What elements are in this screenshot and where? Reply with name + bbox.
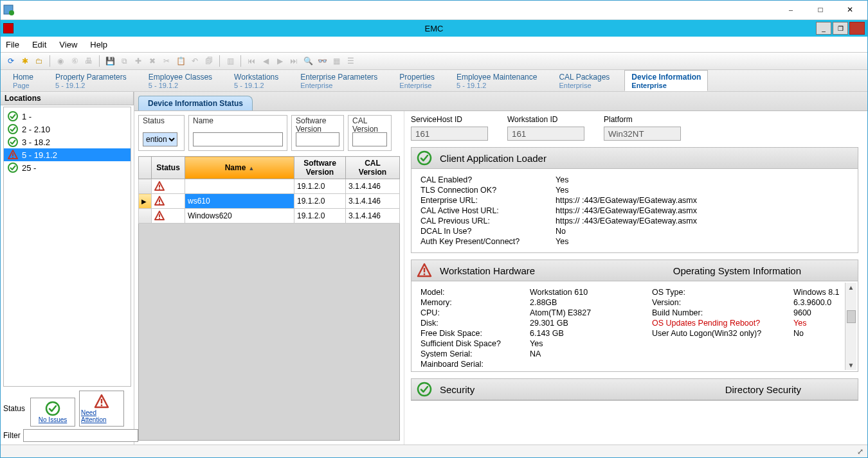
- menubar: File Edit View Help: [1, 37, 867, 52]
- nav-tab-employee-maintenance[interactable]: Employee Maintenance5 - 19.1.2: [449, 70, 544, 91]
- location-item[interactable]: 2 - 2.10: [4, 123, 131, 136]
- cut-icon[interactable]: ✂: [160, 55, 173, 67]
- col-name[interactable]: Name▲: [185, 157, 294, 179]
- location-item[interactable]: 3 - 18.2: [4, 136, 131, 148]
- filter-label: Filter: [3, 431, 21, 440]
- save-icon[interactable]: 💾: [104, 55, 116, 67]
- app-title: EMC: [425, 24, 444, 33]
- app-close-button[interactable]: [849, 22, 865, 35]
- print-icon[interactable]: 🖶: [82, 55, 95, 67]
- record-icon[interactable]: ◉: [54, 55, 67, 67]
- legend-need-attention[interactable]: Need Attention: [79, 391, 124, 427]
- expand-icon[interactable]: ⤢: [857, 447, 863, 456]
- name-filter-input[interactable]: [193, 132, 283, 146]
- kv-value: No: [793, 329, 842, 338]
- menu-file[interactable]: File: [6, 40, 19, 49]
- clipboard-icon[interactable]: 🗐: [203, 55, 215, 67]
- os-minimize-button[interactable]: –: [776, 1, 806, 19]
- table-icon[interactable]: ▦: [330, 55, 343, 67]
- kv-key: CAL Previous URL:: [420, 216, 549, 225]
- cv-filter-input[interactable]: [352, 132, 387, 146]
- list-icon[interactable]: ☰: [344, 55, 357, 67]
- next-record-icon[interactable]: ▶: [273, 55, 286, 67]
- nav-tab-home[interactable]: HomePage: [6, 70, 41, 91]
- sv-filter-input[interactable]: [296, 132, 339, 146]
- new-icon[interactable]: ✱: [19, 55, 32, 67]
- prev-record-icon[interactable]: ◀: [259, 55, 272, 67]
- legend-no-issues[interactable]: No Issues: [30, 398, 75, 427]
- binoculars-icon[interactable]: 👓: [316, 55, 329, 67]
- servicehost-id-field: [411, 127, 488, 141]
- location-item[interactable]: 25 -: [4, 161, 131, 174]
- sub-tab-device-info[interactable]: Device Information Status: [138, 96, 253, 110]
- first-record-icon[interactable]: ⏮: [245, 55, 258, 67]
- status-label: Status: [3, 404, 26, 413]
- sort-asc-icon: ▲: [248, 165, 254, 172]
- nav-tab-device-information[interactable]: Device InformationEnterprise: [624, 70, 708, 91]
- nav-tab-workstations[interactable]: Workstations5 - 19.1.2: [227, 70, 285, 91]
- delete-icon[interactable]: ✖: [146, 55, 159, 67]
- nav-tab-cal-packages[interactable]: CAL PackagesEnterprise: [552, 70, 617, 91]
- menu-help[interactable]: Help: [90, 40, 107, 49]
- legend-no-issues-link[interactable]: No Issues: [39, 416, 67, 423]
- kv-value: NA: [530, 349, 639, 358]
- col-sv[interactable]: Software Version: [294, 157, 346, 179]
- menu-edit[interactable]: Edit: [32, 40, 46, 49]
- kv-key: OS Type:: [652, 288, 787, 297]
- os-close-button[interactable]: ✕: [835, 1, 865, 19]
- refresh-icon[interactable]: ⟳: [5, 55, 17, 67]
- hw-kv-list: Model:Workstation 610Memory:2.88GBCPU:At…: [420, 288, 639, 371]
- toggle-panel-icon[interactable]: ▥: [224, 55, 237, 67]
- scroll-thumb[interactable]: [847, 310, 856, 323]
- app-restore-button[interactable]: ❐: [833, 22, 848, 35]
- col-cv[interactable]: CAL Version: [346, 157, 400, 179]
- statusbar: ⤢: [1, 445, 867, 457]
- kv-value: Atom(TM) E3827: [530, 308, 639, 317]
- undo-icon[interactable]: ↶: [188, 55, 201, 67]
- kv-value: Workstation 610: [530, 288, 639, 297]
- scroll-up-icon[interactable]: ▲: [848, 284, 854, 291]
- table-row[interactable]: ▶ws61019.1.2.03.1.4.146: [139, 194, 400, 209]
- row-indicator-icon: ▶: [141, 198, 147, 205]
- col-status[interactable]: Status: [152, 157, 185, 179]
- filter-input[interactable]: [23, 429, 138, 442]
- kv-key: Sufficient Disk Space?: [420, 339, 523, 348]
- app-minimize-button[interactable]: _: [816, 22, 831, 35]
- kv-key: Enterprise URL:: [420, 196, 549, 205]
- kv-value: Yes: [556, 237, 697, 246]
- nav-tab-property-parameters[interactable]: Property Parameters5 - 19.1.2: [48, 70, 134, 91]
- location-item[interactable]: 1 -: [4, 110, 131, 123]
- nav-tab-properties[interactable]: PropertiesEnterprise: [392, 70, 442, 91]
- menu-view[interactable]: View: [59, 40, 77, 49]
- add-icon[interactable]: ✚: [132, 55, 145, 67]
- os-maximize-button[interactable]: □: [806, 1, 835, 19]
- nav-tab-employee-classes[interactable]: Employee Classes5 - 19.1.2: [141, 70, 219, 91]
- device-grid[interactable]: Status Name▲ Software Version CAL Versio…: [138, 156, 400, 224]
- folder-icon[interactable]: 🗀: [33, 55, 46, 67]
- counter-icon[interactable]: ⑥: [68, 55, 81, 67]
- cell-sv: 19.1.2.0: [294, 179, 346, 194]
- table-row[interactable]: Windows62019.1.2.03.1.4.146: [139, 209, 400, 224]
- section-os-title: Operating System Information: [673, 265, 853, 276]
- kv-key: TLS Connection OK?: [420, 186, 549, 195]
- location-item[interactable]: 5 - 19.1.2: [4, 148, 131, 161]
- cell-cv: 3.1.4.146: [346, 179, 400, 194]
- status-filter-select[interactable]: ention: [143, 132, 177, 146]
- copy-icon[interactable]: ⧉: [118, 55, 131, 67]
- legend-need-attention-link[interactable]: Need Attention: [81, 409, 122, 423]
- find-icon[interactable]: 🔍: [302, 55, 314, 67]
- kv-key: RF0G0528A: [420, 370, 523, 371]
- nav-tab-enterprise-parameters[interactable]: Enterprise ParametersEnterprise: [293, 70, 384, 91]
- cell-cv: 3.1.4.146: [346, 194, 400, 209]
- last-record-icon[interactable]: ⏭: [287, 55, 300, 67]
- section-security: Security Directory Security: [411, 378, 858, 401]
- table-row[interactable]: 19.1.2.03.1.4.146: [139, 179, 400, 194]
- kv-key: Memory:: [420, 298, 523, 307]
- hw-scrollbar[interactable]: ▲ ▼: [845, 283, 856, 370]
- warn-icon: [94, 394, 109, 409]
- scroll-down-icon[interactable]: ▼: [848, 362, 854, 369]
- kv-value: No: [556, 227, 697, 236]
- locations-list[interactable]: 1 -2 - 2.103 - 18.25 - 19.1.225 -: [3, 107, 131, 387]
- paste-icon[interactable]: 📋: [174, 55, 187, 67]
- cell-sv: 19.1.2.0: [294, 194, 346, 209]
